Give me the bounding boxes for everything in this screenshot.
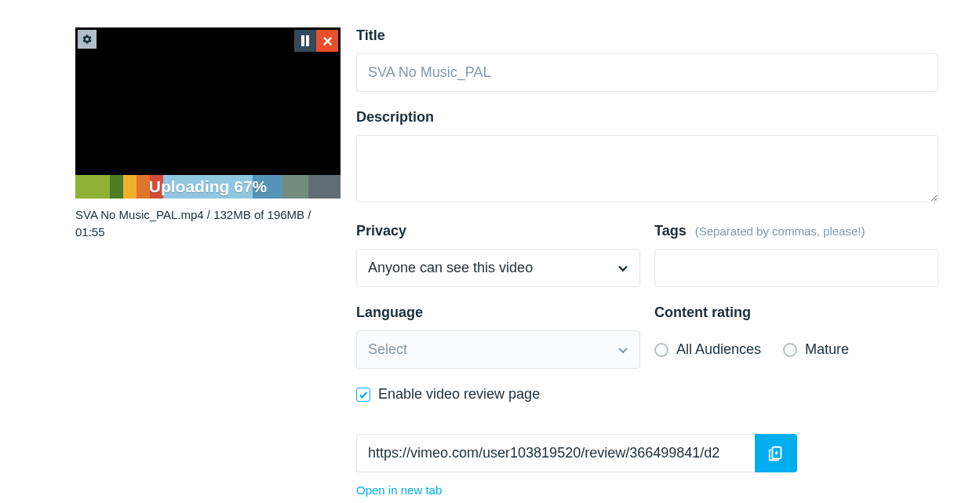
upload-progress-text: Uploading 67% xyxy=(149,177,268,196)
privacy-label: Privacy xyxy=(356,223,640,239)
tags-input[interactable] xyxy=(654,249,938,287)
open-new-tab-link[interactable]: Open in new tab xyxy=(356,483,442,497)
gear-icon xyxy=(82,34,93,45)
radio-icon xyxy=(654,343,669,357)
review-url-input[interactable] xyxy=(356,434,755,472)
tags-label: Tags (Separated by commas, please!) xyxy=(654,223,938,239)
radio-icon xyxy=(783,343,797,357)
chevron-down-icon xyxy=(618,263,628,274)
video-preview: Uploading 67% xyxy=(75,27,341,199)
title-input[interactable] xyxy=(356,53,938,92)
upload-form-container: Uploading 67% SVA No Music_PAL.mp4 / 132… xyxy=(75,27,980,498)
checkbox-checked-icon xyxy=(356,388,370,402)
description-label: Description xyxy=(356,109,938,126)
language-placeholder: Select xyxy=(368,341,407,358)
description-input[interactable] xyxy=(356,135,938,202)
rating-all-label: All Audiences xyxy=(676,341,761,358)
tags-hint: (Separated by commas, please!) xyxy=(695,224,865,238)
close-icon xyxy=(322,36,333,46)
svg-rect-0 xyxy=(301,35,304,46)
rating-all-audiences-radio[interactable]: All Audiences xyxy=(654,341,761,358)
chevron-down-icon xyxy=(618,344,628,355)
enable-review-checkbox[interactable]: Enable video review page xyxy=(356,386,938,403)
rating-mature-radio[interactable]: Mature xyxy=(783,341,849,358)
enable-review-label: Enable video review page xyxy=(378,386,540,403)
pause-upload-button[interactable] xyxy=(294,30,316,52)
cancel-upload-button[interactable] xyxy=(316,30,338,52)
file-meta: SVA No Music_PAL.mp4 / 132MB of 196MB / … xyxy=(75,206,341,241)
privacy-selected-value: Anyone can see this video xyxy=(368,260,533,276)
svg-rect-1 xyxy=(306,35,309,46)
settings-button[interactable] xyxy=(78,30,97,49)
language-select[interactable]: Select xyxy=(356,330,640,369)
preview-column: Uploading 67% SVA No Music_PAL.mp4 / 132… xyxy=(75,27,341,498)
rating-mature-label: Mature xyxy=(805,341,849,358)
copy-url-button[interactable] xyxy=(755,434,797,472)
pause-icon xyxy=(301,35,310,46)
privacy-select[interactable]: Anyone can see this video xyxy=(356,249,640,287)
form-column: Title Description Privacy Anyone can see… xyxy=(356,27,938,498)
clipboard-icon xyxy=(767,445,785,462)
language-label: Language xyxy=(356,304,640,321)
upload-progress-bar: Uploading 67% xyxy=(75,175,341,199)
title-label: Title xyxy=(356,27,938,44)
content-rating-label: Content rating xyxy=(654,304,938,321)
